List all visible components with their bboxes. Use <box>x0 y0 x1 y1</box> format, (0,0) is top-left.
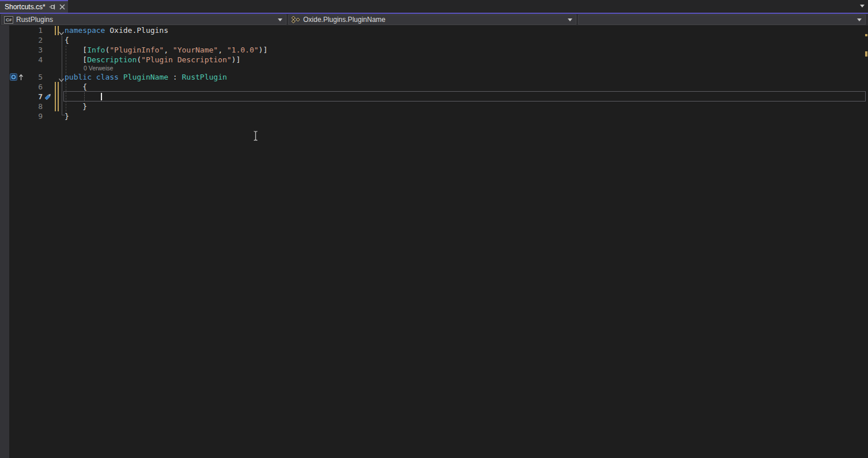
vertical-scrollbar[interactable] <box>863 25 868 458</box>
line-number[interactable]: 8 <box>23 102 43 111</box>
code-editor[interactable]: 1namespace Oxide.Plugins2{3 [Info("Plugi… <box>0 25 868 458</box>
code-token <box>119 73 123 81</box>
code-token: PluginName <box>123 73 168 81</box>
line-number[interactable]: 1 <box>23 25 43 35</box>
code-token: , <box>218 46 227 54</box>
chevron-down-icon[interactable] <box>857 18 862 21</box>
code-token: [ <box>65 46 87 54</box>
project-dropdown[interactable]: C# RustPlugins <box>1 14 286 25</box>
code-token: namespace <box>65 26 105 35</box>
line-number[interactable]: 2 <box>23 35 43 45</box>
line-number[interactable]: 6 <box>23 82 43 92</box>
type-dropdown-value: Oxide.Plugins.PluginName <box>303 16 565 24</box>
navigation-bar: C# RustPlugins Oxide.Plugins.PluginName <box>0 14 868 25</box>
pin-icon[interactable] <box>49 3 56 11</box>
csharp-project-icon: C# <box>4 16 13 24</box>
text-caret <box>101 93 102 100</box>
tab-title: Shortcuts.cs* <box>5 3 46 11</box>
code-line[interactable]: [Info("PluginInfo", "YourName", "1.0.0")… <box>65 45 267 55</box>
code-token: Info <box>87 46 105 54</box>
fold-chevron-icon[interactable] <box>58 28 65 33</box>
scrollbar-modified-mark <box>865 51 867 57</box>
mouse-ibeam-cursor <box>252 130 259 144</box>
code-token: , <box>164 46 173 54</box>
code-token: public <box>65 73 92 81</box>
fold-chevron-icon[interactable] <box>58 74 65 80</box>
current-line-highlight <box>63 91 866 102</box>
tab-bar: Shortcuts.cs* <box>0 0 868 13</box>
code-token: { <box>65 82 87 91</box>
breakpoint-margin[interactable] <box>0 25 9 458</box>
code-token: "PluginInfo" <box>110 46 164 54</box>
code-line[interactable]: } <box>65 102 87 111</box>
code-token: : <box>168 73 182 81</box>
code-token: "1.0.0" <box>227 46 259 54</box>
code-token: { <box>65 36 69 44</box>
code-token: RustPlugin <box>182 73 227 81</box>
code-token <box>92 73 96 81</box>
code-token: ( <box>137 55 141 64</box>
code-token: [ <box>65 55 87 64</box>
code-token: } <box>65 102 87 111</box>
code-token: )] <box>232 55 241 64</box>
close-icon[interactable] <box>59 3 65 11</box>
line-number[interactable]: 7 <box>23 92 43 102</box>
code-token: class <box>96 73 119 81</box>
code-line[interactable]: { <box>65 82 87 92</box>
document-list-dropdown-icon[interactable] <box>860 5 865 7</box>
scrollbar-modified-mark <box>865 34 867 36</box>
project-dropdown-value: RustPlugins <box>16 16 275 24</box>
code-token: Oxide.Plugins <box>105 26 168 35</box>
type-dropdown[interactable]: Oxide.Plugins.PluginName <box>288 14 576 25</box>
code-line[interactable]: [Description("Plugin Description")] <box>65 55 240 65</box>
member-dropdown[interactable] <box>578 14 866 25</box>
code-token: "YourName" <box>173 46 218 54</box>
line-number[interactable]: 3 <box>23 45 43 55</box>
code-token: )] <box>259 46 268 54</box>
line-number[interactable]: 5 <box>23 72 43 82</box>
codelens-references[interactable]: 0 Verweise <box>84 65 113 72</box>
chevron-down-icon[interactable] <box>278 18 282 21</box>
code-line[interactable]: public class PluginName : RustPlugin <box>65 72 227 82</box>
edit-pencil-icon[interactable] <box>44 92 52 101</box>
code-line[interactable]: { <box>65 35 69 45</box>
class-icon <box>291 16 300 24</box>
code-token: Description <box>87 55 137 64</box>
code-token: } <box>65 112 69 121</box>
line-number[interactable]: 4 <box>23 55 43 65</box>
code-token: "Plugin Description" <box>141 55 232 64</box>
inheritance-margin-icon[interactable] <box>10 73 24 81</box>
code-line[interactable]: namespace Oxide.Plugins <box>65 25 168 35</box>
chevron-down-icon[interactable] <box>568 18 572 21</box>
line-number[interactable]: 9 <box>23 111 43 121</box>
modified-track-bar <box>55 82 59 111</box>
tab-shortcuts-cs[interactable]: Shortcuts.cs* <box>0 0 68 13</box>
code-line[interactable]: } <box>65 111 69 121</box>
